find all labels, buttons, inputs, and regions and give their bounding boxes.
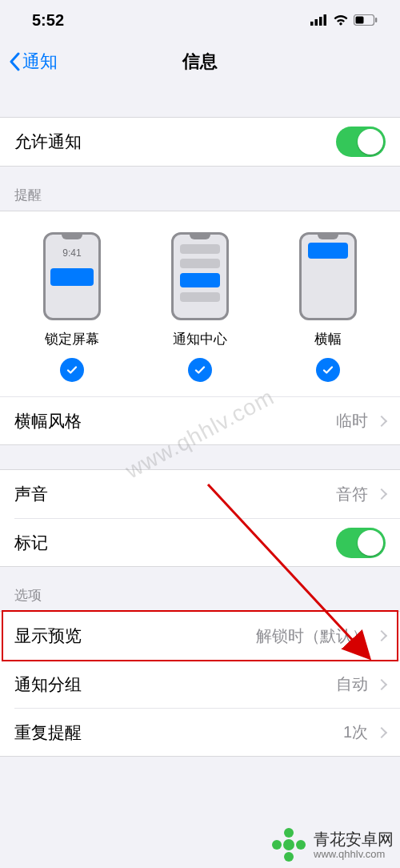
svg-rect-3	[324, 14, 327, 26]
banner-preview	[299, 232, 357, 320]
repeat-alerts-value: 1次	[343, 721, 386, 743]
chevron-right-icon	[376, 630, 387, 641]
show-previews-row[interactable]: 显示预览 解锁时（默认）	[0, 612, 400, 660]
banner-style-value: 临时	[336, 410, 386, 432]
allow-notifications-group: 允许通知	[0, 117, 400, 167]
svg-point-8	[283, 839, 294, 850]
banner-style-row[interactable]: 横幅风格 临时	[0, 396, 400, 444]
cellular-icon	[310, 11, 328, 30]
alert-option-label: 横幅	[314, 330, 342, 348]
back-button[interactable]: 通知	[0, 50, 58, 74]
status-time: 5:52	[32, 11, 64, 30]
nav-bar: 通知 信息	[0, 40, 400, 83]
alerts-options-row: 9:41 锁定屏幕 通知中心 横幅	[0, 211, 400, 396]
allow-notifications-switch[interactable]	[336, 127, 386, 157]
brand-url: www.qhhlv.com	[314, 848, 394, 860]
repeat-alerts-label: 重复提醒	[14, 721, 82, 744]
show-previews-label: 显示预览	[14, 625, 82, 647]
alert-option-label: 通知中心	[173, 330, 227, 348]
checkmark-icon	[188, 358, 212, 382]
alert-option-notification-center[interactable]: 通知中心	[144, 232, 256, 382]
notification-center-preview	[171, 232, 229, 320]
svg-rect-5	[356, 16, 364, 23]
page-title: 信息	[0, 50, 400, 74]
allow-notifications-row[interactable]: 允许通知	[0, 118, 400, 166]
show-previews-value: 解锁时（默认）	[256, 625, 386, 647]
notification-grouping-label: 通知分组	[14, 673, 82, 696]
brand-logo-icon	[270, 826, 307, 863]
svg-rect-6	[375, 18, 377, 22]
chevron-right-icon	[376, 415, 387, 426]
sound-badge-group: 声音 音符 标记	[0, 469, 400, 567]
alerts-group: 9:41 锁定屏幕 通知中心 横幅	[0, 211, 400, 445]
svg-rect-2	[319, 17, 322, 26]
wifi-icon	[333, 11, 349, 30]
back-label: 通知	[22, 50, 58, 74]
notification-grouping-row[interactable]: 通知分组 自动	[14, 660, 400, 708]
options-header: 选项	[0, 567, 400, 611]
repeat-alerts-row[interactable]: 重复提醒 1次	[14, 708, 400, 756]
lock-screen-preview: 9:41	[43, 232, 101, 320]
banner-style-label: 横幅风格	[14, 410, 82, 432]
svg-point-12	[296, 840, 306, 850]
svg-point-9	[284, 828, 294, 838]
brand-watermark: 青花安卓网 www.qhhlv.com	[270, 826, 394, 863]
brand-name: 青花安卓网	[314, 830, 394, 848]
alerts-header: 提醒	[0, 167, 400, 211]
checkmark-icon	[316, 358, 340, 382]
badges-label: 标记	[14, 532, 48, 554]
checkmark-icon	[60, 358, 84, 382]
chevron-left-icon	[8, 52, 21, 71]
svg-rect-0	[310, 22, 314, 26]
battery-icon	[354, 11, 378, 30]
sounds-row[interactable]: 声音 音符	[0, 470, 400, 518]
alert-option-lock-screen[interactable]: 9:41 锁定屏幕	[16, 232, 128, 382]
chevron-right-icon	[376, 726, 387, 737]
chevron-right-icon	[376, 488, 387, 500]
status-bar: 5:52	[0, 0, 400, 40]
svg-point-11	[272, 840, 282, 850]
options-group: 显示预览 解锁时（默认） 通知分组 自动 重复提醒 1次	[0, 611, 400, 757]
notification-grouping-value: 自动	[336, 673, 386, 695]
status-indicators	[310, 11, 378, 30]
svg-rect-1	[315, 19, 318, 26]
svg-point-10	[284, 852, 294, 862]
lock-screen-time: 9:41	[46, 247, 98, 259]
allow-notifications-label: 允许通知	[14, 131, 82, 153]
alert-option-banners[interactable]: 横幅	[272, 232, 384, 382]
sounds-value: 音符	[336, 484, 386, 505]
alert-option-label: 锁定屏幕	[45, 330, 99, 348]
badges-row[interactable]: 标记	[14, 518, 400, 566]
chevron-right-icon	[376, 678, 387, 689]
badges-switch[interactable]	[336, 528, 386, 558]
sounds-label: 声音	[14, 483, 48, 505]
